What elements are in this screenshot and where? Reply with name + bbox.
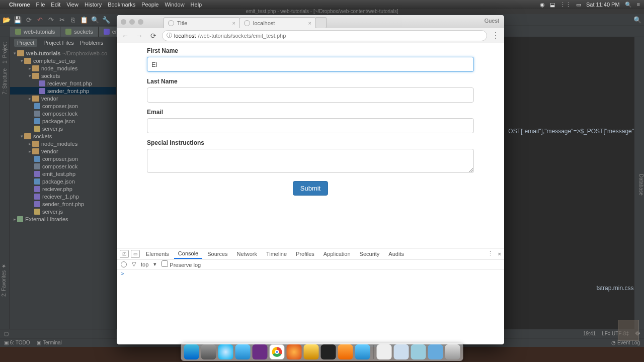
tab-close-icon[interactable]: ×: [232, 20, 235, 26]
menu-file[interactable]: File: [36, 2, 45, 8]
dock-chrome-icon[interactable]: [270, 344, 285, 359]
site-info-icon[interactable]: ⓘ: [167, 32, 172, 39]
preserve-log-checkbox[interactable]: Preserve log: [162, 260, 201, 268]
dock-vlc-icon[interactable]: [338, 344, 353, 359]
new-tab-button[interactable]: [315, 17, 327, 28]
forward-button[interactable]: →: [134, 30, 145, 41]
chrome-titlebar[interactable]: Title× localhost× Guest: [117, 15, 504, 28]
wifi-icon[interactable]: ⋮⋮: [560, 2, 571, 8]
sync-icon[interactable]: ⟳: [25, 17, 32, 24]
zoom-icon[interactable]: [138, 19, 143, 25]
project-tree[interactable]: ▾web-tutorials ~/Dropbox/web-co ▾complet…: [10, 48, 116, 224]
dt-tab-console[interactable]: Console: [174, 249, 202, 259]
url-host: localhost: [174, 33, 196, 39]
dock-safari-icon[interactable]: [355, 344, 370, 359]
first-name-input[interactable]: [147, 57, 474, 72]
favorites-gutter[interactable]: 2: Favorites ★: [0, 261, 8, 299]
last-name-input[interactable]: [147, 87, 474, 103]
menu-people[interactable]: People: [141, 2, 158, 8]
reload-button[interactable]: ⟳: [148, 30, 159, 41]
redo-icon[interactable]: ↷: [47, 17, 54, 24]
undo-icon[interactable]: ↶: [36, 17, 43, 24]
save-icon[interactable]: 💾: [14, 17, 21, 24]
dock-finder-icon[interactable]: [184, 344, 199, 359]
dt-tab-network[interactable]: Network: [233, 249, 261, 258]
dt-tab-timeline[interactable]: Timeline: [262, 249, 291, 258]
clear-console-icon[interactable]: [121, 261, 127, 267]
desktop-thumbnail[interactable]: [618, 320, 639, 341]
menu-edit[interactable]: Edit: [51, 2, 60, 8]
instructions-textarea[interactable]: [147, 149, 474, 173]
open-icon[interactable]: 📂: [3, 17, 10, 24]
notifications-icon[interactable]: ≡: [637, 2, 640, 8]
settings-icon[interactable]: 🔧: [103, 17, 110, 24]
submit-button[interactable]: Submit: [293, 181, 328, 196]
screencast-icon[interactable]: ◉: [540, 2, 545, 8]
minimize-icon[interactable]: [129, 19, 135, 25]
dock-terminal-icon[interactable]: [321, 344, 336, 359]
dock-phpstorm-icon[interactable]: [253, 344, 268, 359]
problems-tab[interactable]: Problems: [80, 40, 103, 46]
dock-firefox-icon[interactable]: [287, 344, 302, 359]
dropbox-icon[interactable]: ⬓: [550, 2, 555, 8]
battery-icon[interactable]: ▭: [576, 2, 581, 8]
tab-folder[interactable]: sockets: [60, 27, 98, 37]
favicon-icon: [244, 20, 250, 26]
profile-badge[interactable]: Guest: [485, 18, 499, 24]
menu-help[interactable]: Help: [191, 2, 202, 8]
paste-icon[interactable]: 📋: [80, 17, 88, 24]
console-output[interactable]: >: [117, 269, 504, 344]
app-name[interactable]: Chrome: [9, 2, 30, 8]
spotlight-icon[interactable]: 🔍: [625, 2, 632, 8]
project-view-tab[interactable]: Project: [14, 39, 37, 47]
todo-tool[interactable]: ▣ 6: TODO: [4, 340, 30, 345]
filter-icon[interactable]: ▽: [132, 261, 136, 267]
search-icon[interactable]: 🔍: [92, 17, 99, 24]
ide-titlebar: emit_test.php - web-tutorials - [~/Dropb…: [0, 9, 644, 14]
dock-app-icon[interactable]: [235, 344, 251, 359]
inspect-icon[interactable]: ◰: [120, 250, 129, 258]
menu-window[interactable]: Window: [165, 2, 184, 8]
window-controls[interactable]: [121, 19, 143, 25]
device-icon[interactable]: ▭: [131, 250, 140, 258]
dock-doc4-icon[interactable]: [428, 344, 443, 359]
ide-right-gutter[interactable]: Database: [634, 37, 644, 329]
search-everywhere-icon[interactable]: 🔍: [634, 17, 641, 24]
dock-doc-icon[interactable]: [377, 344, 392, 359]
browser-tab-1[interactable]: Title×: [164, 17, 240, 28]
dt-tab-application[interactable]: Application: [319, 249, 355, 258]
copy-icon[interactable]: ⎘: [69, 17, 76, 24]
dt-tab-security[interactable]: Security: [356, 249, 384, 258]
code-line-1: OST["email"],"message"=>$_POST["message"…: [508, 128, 641, 135]
email-input[interactable]: [147, 118, 474, 133]
dt-tab-elements[interactable]: Elements: [142, 249, 173, 258]
browser-tab-2[interactable]: localhost×: [239, 17, 316, 28]
dt-tab-profiles[interactable]: Profiles: [292, 249, 318, 258]
devtools-menu-icon[interactable]: ⋮: [488, 250, 493, 257]
back-button[interactable]: ←: [120, 30, 131, 41]
menu-history[interactable]: History: [85, 2, 102, 8]
terminal-tool[interactable]: ▣ Terminal: [37, 340, 61, 345]
close-icon[interactable]: [121, 19, 126, 25]
dock-doc3-icon[interactable]: [411, 344, 426, 359]
menu-bookmarks[interactable]: Bookmarks: [108, 2, 135, 8]
dock-trash-icon[interactable]: [445, 344, 460, 359]
dt-tab-sources[interactable]: Sources: [203, 249, 231, 258]
context-chevron-icon[interactable]: ▾: [153, 261, 156, 267]
project-files-tab[interactable]: Project Files: [43, 40, 74, 46]
dock-skype-icon[interactable]: [218, 344, 233, 359]
cut-icon[interactable]: ✂: [58, 17, 65, 24]
tab-close-icon[interactable]: ×: [308, 20, 311, 26]
tab-project[interactable]: web-tutorials: [10, 27, 60, 37]
menu-view[interactable]: View: [66, 2, 78, 8]
chrome-menu-button[interactable]: ⋮: [490, 31, 501, 40]
context-selector[interactable]: top: [141, 261, 148, 267]
menubar-clock[interactable]: Sat 11:40 PM: [586, 2, 620, 8]
address-bar[interactable]: ⓘ localhost/web-tutorials/sockets/emit_t…: [162, 30, 487, 41]
dock-app2-icon[interactable]: [304, 344, 319, 359]
devtools-close-icon[interactable]: ×: [498, 251, 501, 257]
dock-doc2-icon[interactable]: [394, 344, 409, 359]
dt-tab-audits[interactable]: Audits: [384, 249, 408, 258]
page-content: First Name Last Name Email Special Instr…: [117, 43, 504, 248]
dock-launchpad-icon[interactable]: [201, 344, 216, 359]
